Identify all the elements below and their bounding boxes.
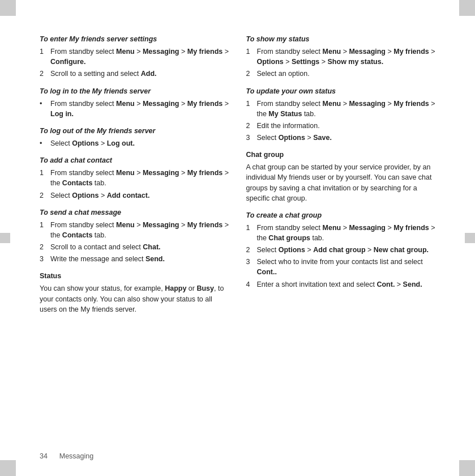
section-title-add-contact: To add a chat contact (40, 155, 229, 165)
list-text: Edit the information. (257, 121, 320, 131)
list-num: 2 (40, 190, 48, 201)
section-title-update-status: To update your own status (246, 86, 436, 96)
list-item: 1 From standby select Menu > Messaging >… (246, 99, 436, 119)
list-item: 1 From standby select Menu > Messaging >… (40, 168, 229, 188)
section-send-chat-message: To send a chat message 1 From standby se… (40, 207, 229, 265)
section-update-status: To update your own status 1 From standby… (246, 86, 436, 143)
bullet-mark: • (40, 138, 48, 148)
list-item: 4 Enter a short invitation text and sele… (246, 279, 436, 290)
section-log-in: To log in to the My friends server • Fro… (40, 86, 229, 119)
chat-group-body: A chat group can be started by your serv… (246, 162, 436, 203)
corner-mark-bl (0, 460, 16, 476)
list-text: From standby select Menu > Messaging > M… (50, 220, 229, 240)
list-text: Enter a short invitation text and select… (257, 279, 422, 290)
list-num: 2 (246, 69, 254, 79)
list-item: 3 Select who to invite from your contact… (246, 257, 436, 277)
section-status: Status You can show your status, for exa… (40, 271, 229, 314)
content-area: To enter My friends server settings 1 Fr… (40, 34, 435, 419)
bullet-mark: • (40, 99, 48, 119)
list-text: Select Options > Add contact. (50, 190, 149, 201)
page: To enter My friends server settings 1 Fr… (0, 0, 475, 476)
list-add-contact: 1 From standby select Menu > Messaging >… (40, 168, 229, 200)
list-num: 1 (40, 168, 48, 188)
footer-label: Messaging (59, 452, 93, 460)
list-num: 1 (246, 223, 254, 243)
list-text: From standby select Menu > Messaging > M… (257, 223, 436, 243)
list-num: 2 (40, 69, 48, 79)
section-title-send-message: To send a chat message (40, 207, 229, 218)
corner-mark-tr (459, 0, 475, 16)
corner-mark-br (459, 460, 475, 476)
list-num: 2 (246, 245, 254, 255)
section-enter-server-settings: To enter My friends server settings 1 Fr… (40, 34, 229, 79)
list-create-group: 1 From standby select Menu > Messaging >… (246, 223, 436, 290)
list-item: 2 Select Options > Add chat group > New … (246, 245, 436, 255)
list-item: 1 From standby select Menu > Messaging >… (246, 223, 436, 243)
section-add-chat-contact: To add a chat contact 1 From standby sel… (40, 155, 229, 201)
section-title-create-group: To create a chat group (246, 210, 436, 220)
list-num: 2 (246, 121, 254, 131)
left-column: To enter My friends server settings 1 Fr… (40, 34, 229, 419)
right-column: To show my status 1 From standby select … (246, 34, 436, 419)
list-item: 1 From standby select Menu > Messaging >… (246, 46, 436, 67)
side-mark-left (0, 233, 10, 243)
list-update-status: 1 From standby select Menu > Messaging >… (246, 99, 436, 143)
section-log-out: To log out of the My friends server • Se… (40, 126, 229, 148)
section-title-show-status: To show my status (246, 34, 436, 44)
section-title-log-in: To log in to the My friends server (40, 86, 229, 96)
section-title-enter-server: To enter My friends server settings (40, 34, 229, 44)
list-send-message: 1 From standby select Menu > Messaging >… (40, 220, 229, 265)
list-item: 2 Scroll to a setting and select Add. (40, 69, 229, 79)
list-num: 1 (40, 220, 48, 240)
list-num: 3 (40, 254, 48, 264)
list-text: Select who to invite from your contacts … (257, 257, 436, 277)
list-text: Select an option. (257, 69, 310, 79)
list-text: Select Options > Add chat group > New ch… (257, 245, 429, 255)
list-item: 2 Select Options > Add contact. (40, 190, 229, 201)
list-enter-server: 1 From standby select Menu > Messaging >… (40, 46, 229, 79)
footer: 34 Messaging (40, 452, 93, 460)
status-heading: Status (40, 271, 229, 281)
list-text: Scroll to a contact and select Chat. (50, 242, 161, 252)
list-text: Write the message and select Send. (50, 254, 165, 264)
section-chat-group-info: Chat group A chat group can be started b… (246, 150, 436, 203)
list-text: Select Options > Save. (257, 133, 332, 143)
list-text: Scroll to a setting and select Add. (50, 69, 157, 79)
chat-group-heading: Chat group (246, 150, 436, 160)
corner-mark-tl (0, 0, 16, 16)
list-num: 3 (246, 133, 254, 143)
list-text: From standby select Menu > Messaging > M… (50, 99, 229, 119)
page-number: 34 (40, 452, 48, 460)
list-item: 2 Edit the information. (246, 121, 436, 131)
list-num: 1 (40, 46, 48, 67)
list-show-status: 1 From standby select Menu > Messaging >… (246, 46, 436, 79)
list-item: • Select Options > Log out. (40, 138, 229, 148)
list-num: 1 (246, 99, 254, 119)
list-item: 2 Scroll to a contact and select Chat. (40, 242, 229, 252)
status-body: You can show your status, for example, H… (40, 283, 229, 314)
list-text: From standby select Menu > Messaging > M… (257, 99, 436, 119)
list-item: 1 From standby select Menu > Messaging >… (40, 220, 229, 240)
list-log-out: • Select Options > Log out. (40, 138, 229, 148)
list-text: Select Options > Log out. (50, 138, 135, 148)
list-num: 2 (40, 242, 48, 252)
section-title-log-out: To log out of the My friends server (40, 126, 229, 136)
list-item: 3 Write the message and select Send. (40, 254, 229, 264)
list-item: 2 Select an option. (246, 69, 436, 79)
list-text: From standby select Menu > Messaging > M… (50, 168, 229, 188)
list-num: 4 (246, 279, 254, 290)
section-show-status: To show my status 1 From standby select … (246, 34, 436, 79)
side-mark-right (465, 233, 475, 243)
list-item: • From standby select Menu > Messaging >… (40, 99, 229, 119)
list-text: From standby select Menu > Messaging > M… (257, 46, 436, 67)
list-num: 3 (246, 257, 254, 277)
list-log-in: • From standby select Menu > Messaging >… (40, 99, 229, 119)
list-num: 1 (246, 46, 254, 67)
list-text: From standby select Menu > Messaging > M… (50, 46, 229, 67)
list-item: 3 Select Options > Save. (246, 133, 436, 143)
section-create-chat-group: To create a chat group 1 From standby se… (246, 210, 436, 290)
list-item: 1 From standby select Menu > Messaging >… (40, 46, 229, 67)
